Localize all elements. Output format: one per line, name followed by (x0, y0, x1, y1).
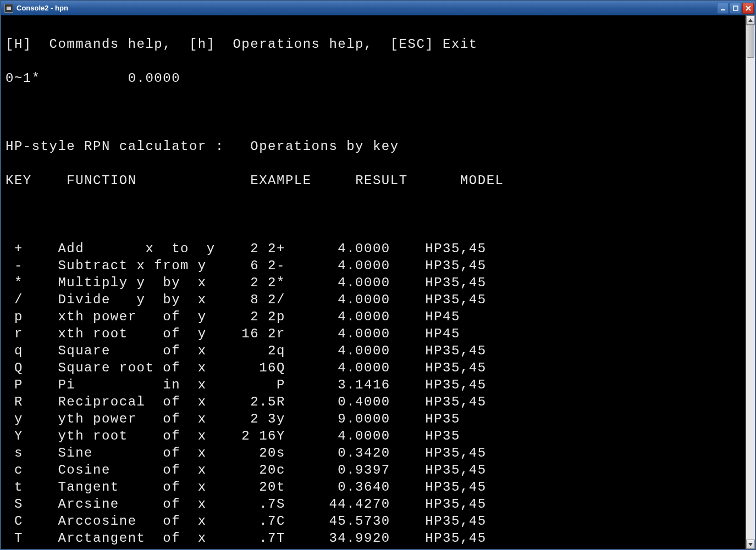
table-row: / Divide y by x 8 2/ 4.0000 HP35,45 (5, 291, 744, 308)
col-function: FUNCTION (67, 173, 136, 188)
svg-rect-1 (733, 6, 738, 10)
content-area: [H] Commands help, [h] Operations help, … (1, 15, 755, 549)
table-row: + Add x to y 2 2+ 4.0000 HP35,45 (5, 240, 744, 257)
table-row: Q Square root of x 16Q 4.0000 HP35,45 (5, 359, 744, 376)
hint-line: [H] Commands help, [h] Operations help, … (5, 36, 744, 53)
col-key: KEY (5, 173, 32, 188)
console-window: Console2 - hpn [H] Commands help, [h] Op… (0, 0, 756, 550)
minimize-icon (720, 5, 726, 11)
scroll-thumb[interactable] (747, 25, 754, 58)
blank-line (5, 104, 744, 121)
console-output[interactable]: [H] Commands help, [h] Operations help, … (1, 15, 746, 549)
scroll-down-button[interactable] (746, 540, 755, 549)
table-row: p xth power of y 2 2p 4.0000 HP45 (5, 308, 744, 325)
column-headers: KEY FUNCTION EXAMPLE RESULT MODEL (5, 172, 744, 189)
table-row: Y yth root of x 2 16Y 4.0000 HP35 (5, 427, 744, 445)
maximize-button[interactable] (730, 3, 741, 14)
section-title: HP-style RPN calculator : Operations by … (5, 138, 744, 155)
blank-line (5, 206, 744, 223)
minimize-button[interactable] (717, 3, 729, 14)
titlebar[interactable]: Console2 - hpn (1, 1, 755, 15)
maximize-icon (733, 5, 738, 11)
vertical-scrollbar[interactable] (746, 15, 755, 549)
window-controls (717, 3, 754, 14)
close-button[interactable] (742, 3, 754, 14)
col-result: RESULT (355, 173, 407, 188)
col-example: EXAMPLE (250, 173, 311, 188)
close-icon (746, 5, 751, 11)
table-row: t Tangent of x 20t 0.3640 HP35,45 (5, 479, 744, 496)
table-row: N Change sign of x 4N -4.0000 HP35,45 (5, 547, 744, 549)
register-line: 0~1* 0.0000 (5, 70, 744, 87)
table-row: T Arctangent of x .7T 34.9920 HP35,45 (5, 530, 744, 547)
table-row: r xth root of y 16 2r 4.0000 HP45 (5, 325, 744, 342)
table-row: S Arcsine of x .7S 44.4270 HP35,45 (5, 496, 744, 513)
table-row: c Cosine of x 20c 0.9397 HP35,45 (5, 462, 744, 479)
table-row: - Subtract x from y 6 2- 4.0000 HP35,45 (5, 257, 744, 274)
col-model: MODEL (460, 173, 504, 188)
chevron-down-icon (748, 543, 753, 546)
scroll-track[interactable] (746, 25, 755, 540)
chevron-up-icon (748, 19, 753, 22)
app-icon (4, 4, 13, 13)
table-row: q Square of x 2q 4.0000 HP35,45 (5, 342, 744, 359)
window-title: Console2 - hpn (16, 4, 717, 12)
table-row: * Multiply y by x 2 2* 4.0000 HP35,45 (5, 274, 744, 291)
operations-table: + Add x to y 2 2+ 4.0000 HP35,45 - Subtr… (5, 240, 744, 549)
table-row: s Sine of x 20s 0.3420 HP35,45 (5, 445, 744, 462)
table-row: R Reciprocal of x 2.5R 0.4000 HP35,45 (5, 393, 744, 410)
table-row: y yth power of x 2 3y 9.0000 HP35 (5, 410, 744, 427)
scroll-up-button[interactable] (746, 15, 755, 25)
table-row: C Arccosine of x .7C 45.5730 HP35,45 (5, 513, 744, 530)
table-row: P Pi in x P 3.1416 HP35,45 (5, 376, 744, 393)
